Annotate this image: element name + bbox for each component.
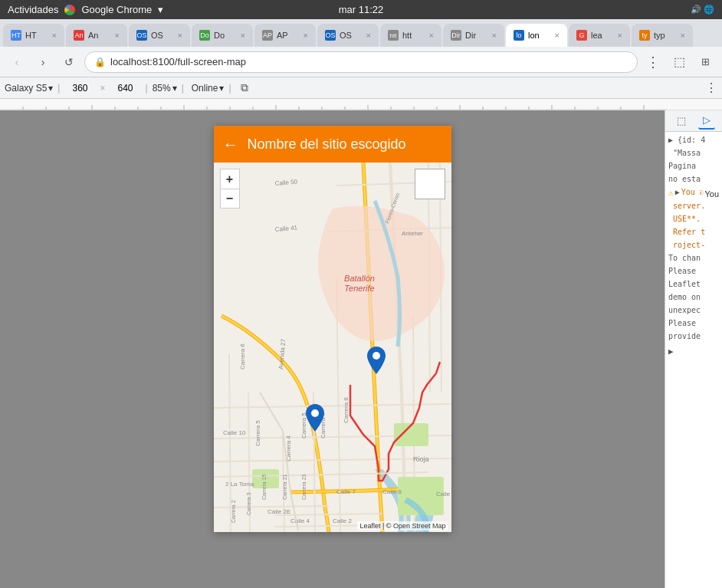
dt-line-11: Please — [668, 266, 719, 277]
tab-ap-close[interactable]: × — [304, 31, 308, 40]
tab-htt-close[interactable]: × — [429, 31, 434, 40]
zoom-selector[interactable]: 85% ▾ — [153, 83, 177, 94]
tab-lon-close[interactable]: × — [555, 31, 560, 40]
address-bar: ‹ › ↺ 🔒 localhost:8100/full-screen-map ⋮… — [0, 47, 722, 77]
tab-typ-close[interactable]: × — [681, 31, 685, 40]
tab-dir-close[interactable]: × — [492, 31, 497, 40]
dt-line-10: To chan — [668, 253, 719, 264]
back-arrow-icon[interactable]: ← — [223, 136, 238, 153]
dt-expand-row: ▶ — [668, 347, 719, 356]
tab-os2-close[interactable]: × — [366, 31, 371, 40]
url-text: localhost:8100/full-screen-map — [110, 56, 246, 67]
system-tray: 🔊 🌐 — [691, 5, 714, 15]
svg-text:Calle 10: Calle 10 — [223, 429, 246, 436]
tab-os1[interactable]: OS OS × — [129, 24, 190, 47]
tab-an[interactable]: An An × — [66, 24, 127, 47]
browser-viewport: ← Nombre del sitio escogido — [0, 110, 665, 588]
dt-console-icon[interactable]: ▷ — [698, 113, 715, 130]
tab-an-close[interactable]: × — [115, 31, 120, 40]
svg-text:Carrera 5: Carrera 5 — [254, 420, 261, 446]
os-bar-left: Actividades Google Chrome ▾ — [8, 4, 163, 15]
svg-text:Calle 2E: Calle 2E — [436, 491, 451, 498]
devtools-sep2: × — [97, 83, 108, 94]
height-input[interactable] — [110, 83, 141, 94]
device-selector[interactable]: Galaxy S5 ▾ — [5, 83, 53, 94]
tab-os1-label: OS — [151, 31, 174, 40]
zoom-out-button[interactable]: − — [220, 189, 240, 209]
svg-text:Tenerife: Tenerife — [344, 284, 374, 293]
lock-icon: 🔒 — [94, 57, 106, 67]
activities-label[interactable]: Actividades — [8, 4, 58, 15]
dt-text-9: roject- — [668, 241, 705, 249]
map-pin-dest — [367, 347, 386, 374]
tab-lon-favicon: lo — [514, 30, 524, 41]
map-container[interactable]: Batallón Tenerife Calle 50 Calle 41 Carr… — [214, 163, 451, 532]
reload-button[interactable]: ↺ — [58, 51, 80, 73]
svg-rect-34 — [394, 423, 428, 446]
dt-expand-button[interactable]: ▶ — [668, 347, 674, 356]
url-bar[interactable]: 🔒 localhost:8100/full-screen-map — [84, 51, 638, 73]
tab-lea[interactable]: G lea × — [569, 24, 630, 47]
tab-htt[interactable]: htt htt × — [380, 24, 441, 47]
dt-line-7: USE**. — [668, 214, 719, 225]
tab-do-favicon: Do — [199, 30, 210, 41]
devtools-panel: ⬚ ▷ ▶ {id: 4 "Massa Pagina no esta ⚠ ▶ Y… — [665, 110, 722, 588]
chrome-menu-button[interactable]: ⋮ — [642, 51, 664, 73]
map-attribution: Leaflet | © Open Street Map — [357, 521, 448, 531]
tab-ht-favicon: HT — [11, 30, 21, 41]
svg-text:Calle 4: Calle 4 — [290, 517, 310, 524]
dt-line-4: no esta — [668, 174, 719, 185]
tab-lea-label: lea — [591, 31, 614, 40]
devtools-sep4: | — [179, 83, 187, 94]
dt-expand-icon-2[interactable]: ▶ — [675, 187, 680, 199]
network-selector[interactable]: Online ▾ — [192, 83, 225, 94]
tab-typ-label: typ — [654, 31, 677, 40]
svg-text:Carrera 8: Carrera 8 — [343, 397, 350, 423]
tab-lon[interactable]: lo lon × — [506, 24, 567, 47]
tab-typ-favicon: ty — [639, 30, 650, 41]
tab-os1-close[interactable]: × — [178, 31, 182, 40]
devtools-toggle-button[interactable]: ⊞ — [694, 51, 716, 73]
svg-text:Calle 8: Calle 8 — [382, 488, 402, 495]
devtools-top-bar: ⬚ ▷ — [665, 110, 722, 132]
zoom-value: 85% — [153, 83, 171, 94]
tab-do-close[interactable]: × — [241, 31, 245, 40]
devtools-more-button[interactable]: ⋮ — [705, 80, 717, 95]
dt-text-15: Please — [668, 319, 696, 327]
network-value: Online — [192, 83, 218, 94]
tab-dir-label: Dir — [465, 31, 488, 40]
tab-lea-close[interactable]: × — [618, 31, 622, 40]
dt-line-16: provide — [668, 331, 719, 342]
tab-ap-label: AP — [277, 31, 300, 40]
tab-ht-close[interactable]: × — [52, 31, 57, 40]
dt-expand-icon-1[interactable]: ▶ — [668, 136, 673, 144]
devtools-inspect-button[interactable]: ⬚ — [668, 51, 690, 73]
width-input[interactable] — [64, 83, 95, 94]
mobile-frame: ← Nombre del sitio escogido — [214, 126, 451, 532]
tab-ap[interactable]: AP AP × — [254, 24, 316, 47]
dropdown-icon[interactable]: ▾ — [158, 4, 163, 15]
tab-ht[interactable]: HT HT × — [3, 24, 64, 47]
dt-inspect-icon[interactable]: ⬚ — [673, 113, 690, 130]
forward-button[interactable]: › — [32, 51, 54, 73]
zoom-in-button[interactable]: + — [220, 169, 240, 189]
tab-dir[interactable]: Dir Dir × — [443, 24, 504, 47]
tab-typ[interactable]: ty typ × — [632, 24, 693, 47]
tab-do[interactable]: Do Do × — [192, 24, 253, 47]
svg-point-70 — [372, 352, 380, 360]
dt-text-1: {id: 4 — [678, 136, 705, 144]
dt-text-13: demo on — [668, 293, 701, 301]
svg-text:2 La Toma: 2 La Toma — [225, 481, 254, 488]
dt-line-12: Leaflet — [668, 279, 719, 290]
back-button[interactable]: ‹ — [6, 51, 28, 73]
rotate-button[interactable]: ⧉ — [241, 81, 248, 94]
dt-line-1: ▶ {id: 4 — [668, 135, 719, 146]
dt-text-8: Refer t — [668, 228, 705, 236]
device-dropdown-icon: ▾ — [48, 83, 53, 94]
tab-an-label: An — [88, 31, 111, 40]
dt-text-16: provide — [668, 332, 701, 340]
tab-os2[interactable]: OS OS × — [317, 24, 379, 47]
dt-text-11: Please — [668, 267, 696, 275]
svg-point-69 — [311, 409, 319, 417]
dt-line-9: roject- — [668, 240, 719, 251]
